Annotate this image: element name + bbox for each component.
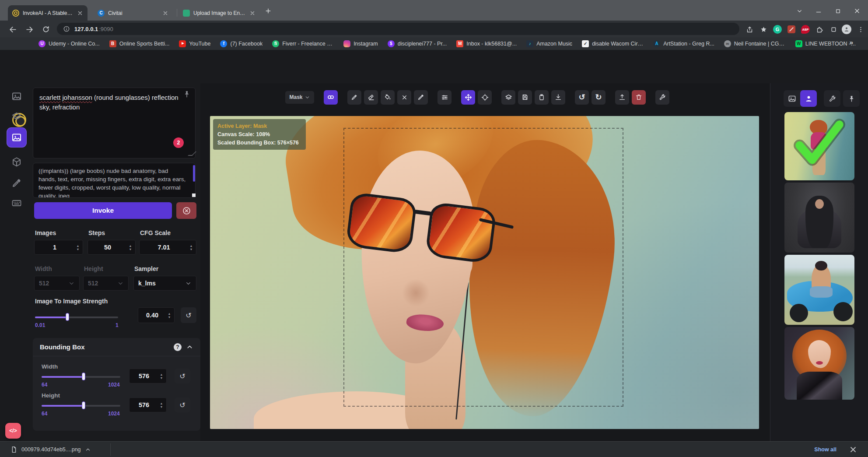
browser-menu-button[interactable] (855, 24, 866, 35)
console-toggle-button[interactable] (5, 423, 21, 439)
cancel-button[interactable] (176, 202, 196, 219)
browser-tab-civitai[interactable]: C Civitai (93, 5, 173, 21)
forward-button[interactable] (24, 24, 35, 35)
cfg-stepper[interactable] (188, 244, 196, 251)
bookmark-page-button[interactable] (758, 24, 769, 35)
gallery-images-button[interactable] (784, 90, 800, 107)
help-icon[interactable] (174, 343, 182, 351)
steps-input[interactable]: 50 (88, 240, 136, 255)
slider-handle[interactable] (82, 373, 85, 380)
bookmark-item[interactable]: BOnline Sports Betti... (109, 40, 170, 47)
download-item[interactable]: 000979.40d74eb5....png (6, 443, 95, 456)
bookmark-item[interactable]: Instagram (343, 40, 378, 47)
tab-image-to-image[interactable] (7, 107, 26, 126)
grammarly-extension-button[interactable]: G (772, 24, 783, 35)
images-input[interactable]: 1 (34, 240, 83, 255)
stepper-up-icon[interactable] (160, 373, 163, 376)
reload-button[interactable] (40, 24, 52, 35)
upload-image-button[interactable] (615, 90, 629, 105)
merge-visible-button[interactable] (501, 90, 515, 105)
fill-bounding-box-button[interactable] (381, 90, 395, 105)
invoke-button[interactable]: Invoke (34, 202, 172, 219)
clear-canvas-button[interactable] (632, 90, 646, 105)
site-info-icon[interactable] (63, 25, 70, 32)
tab-training[interactable] (7, 193, 26, 213)
close-window-button[interactable] (850, 6, 864, 16)
mask-options-button[interactable] (324, 90, 338, 105)
cfg-scale-input[interactable]: 7.01 (139, 240, 196, 255)
stepper-up-icon[interactable] (129, 244, 132, 247)
extensions-button[interactable] (814, 24, 825, 35)
stepper-down-icon[interactable] (160, 405, 163, 408)
layer-select[interactable]: Mask (285, 91, 314, 104)
bounding-box-header[interactable]: Bounding Box (33, 338, 200, 356)
bookmark-item[interactable]: ∞Neil Fontaine | CGS... (724, 40, 786, 47)
profile-button[interactable] (841, 24, 852, 35)
stepper-up-icon[interactable] (160, 402, 163, 405)
negative-prompt-resize-handle[interactable] (192, 193, 196, 197)
reset-view-button[interactable] (478, 90, 492, 105)
undo-button[interactable] (575, 90, 589, 105)
stepper-down-icon[interactable] (77, 248, 80, 251)
back-button[interactable] (7, 24, 18, 35)
browser-tab-invokeai[interactable]: InvokeAI - A Stable Diffusion Too (8, 5, 88, 21)
download-image-button[interactable] (551, 90, 565, 105)
brush-tool-button[interactable] (347, 90, 361, 105)
canvas-settings-button[interactable] (655, 90, 669, 105)
bbox-width-input[interactable]: 576 (129, 369, 167, 383)
bbox-width-stepper[interactable] (158, 373, 166, 380)
restore-window-button[interactable] (831, 6, 844, 16)
bookmark-item[interactable]: UUdemy - Online Co... (38, 40, 100, 47)
negative-prompt-scrollbar[interactable] (193, 165, 195, 182)
address-bar[interactable]: 127.0.0.1 :9090 (57, 23, 739, 35)
tab-post-processing[interactable] (7, 173, 26, 193)
pin-icon[interactable] (183, 90, 191, 98)
tab-nodes[interactable] (7, 152, 26, 172)
slider-handle[interactable] (66, 313, 69, 320)
bookmark-item[interactable]: AArtStation - Greg R... (653, 40, 714, 47)
gallery-thumbnail[interactable] (784, 255, 854, 325)
gallery-user-button[interactable] (800, 90, 817, 107)
stepper-down-icon[interactable] (160, 376, 163, 380)
collapse-chevron-icon[interactable] (186, 343, 193, 351)
width-select[interactable]: 512 (34, 276, 80, 291)
bookmark-item[interactable]: ✓disable Wacom Circ... (582, 40, 644, 47)
bookmark-item[interactable]: ♪Amazon Music (526, 40, 572, 47)
chevron-up-icon[interactable] (85, 446, 91, 453)
strength-stepper[interactable] (166, 312, 174, 319)
copy-to-clipboard-button[interactable] (535, 90, 549, 105)
bbox-height-slider[interactable] (42, 402, 120, 409)
new-tab-button[interactable] (262, 6, 274, 16)
gallery-pin-button[interactable] (843, 90, 860, 107)
negative-prompt-input[interactable]: ((implants)) (large boobs) nude bad anat… (33, 163, 196, 198)
gallery-thumbnail[interactable] (784, 327, 854, 400)
bookmark-item[interactable]: WLINE WEBTOON - G... (795, 40, 857, 47)
stepper-up-icon[interactable] (190, 244, 193, 247)
search-tabs-button[interactable] (793, 6, 806, 16)
gallery-thumbnail[interactable] (784, 112, 854, 180)
images-stepper[interactable] (75, 244, 83, 251)
tab-close-icon[interactable] (162, 10, 168, 16)
tab-close-icon[interactable] (249, 10, 256, 16)
unified-canvas[interactable]: Active Layer: Mask Canvas Scale: 108% Sc… (210, 116, 759, 429)
tab-text-to-image[interactable] (7, 87, 26, 106)
minimize-window-button[interactable] (812, 6, 825, 16)
bookmarks-overflow-button[interactable]: » (850, 39, 853, 46)
move-tool-button[interactable] (461, 90, 475, 105)
bookmark-item[interactable]: MInbox - klk56831@... (456, 40, 517, 47)
canvas-bounding-box[interactable] (343, 128, 623, 407)
bbox-width-slider[interactable] (42, 373, 120, 380)
share-button[interactable] (744, 24, 755, 35)
stepper-up-icon[interactable] (77, 244, 80, 247)
steps-stepper[interactable] (127, 244, 135, 251)
show-all-downloads-link[interactable]: Show all (814, 446, 836, 453)
bbox-height-reset-button[interactable] (175, 397, 190, 412)
side-panel-button[interactable] (828, 24, 839, 35)
tab-close-icon[interactable] (77, 10, 83, 16)
save-to-gallery-button[interactable] (518, 90, 532, 105)
eraser-tool-button[interactable] (364, 90, 378, 105)
strength-reset-button[interactable] (181, 307, 196, 323)
bbox-width-reset-button[interactable] (175, 369, 190, 383)
bbox-height-input[interactable]: 576 (129, 397, 167, 412)
strength-slider[interactable] (35, 313, 118, 320)
